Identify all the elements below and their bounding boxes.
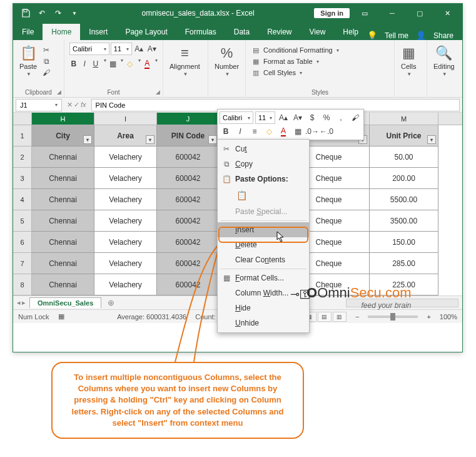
- cell-city[interactable]: Chennai: [32, 146, 94, 168]
- name-box[interactable]: J1▾: [16, 99, 62, 111]
- cancel-formula-icon[interactable]: ✕: [67, 101, 73, 109]
- zoom-out-icon[interactable]: −: [355, 313, 359, 321]
- cell-area[interactable]: Velachery: [94, 274, 157, 295]
- mini-percent-icon[interactable]: %: [320, 111, 333, 124]
- ctx-format-cells[interactable]: ▦Format Cells...: [218, 270, 309, 285]
- cell-pin[interactable]: 600042: [157, 210, 220, 232]
- ctx-insert[interactable]: Insert: [218, 222, 309, 237]
- filter-icon[interactable]: ▾: [208, 135, 217, 144]
- chevron-down-icon[interactable]: ▾: [121, 58, 123, 70]
- cell-area[interactable]: Velachery: [94, 210, 157, 232]
- ctx-clear-contents[interactable]: Clear Contents: [218, 252, 309, 267]
- grow-font-icon[interactable]: A▴: [133, 43, 145, 55]
- column-header-I[interactable]: I: [94, 113, 157, 125]
- ctx-copy[interactable]: ⧉Copy: [218, 157, 309, 172]
- sheet-next-icon[interactable]: ▸: [22, 299, 26, 307]
- header-price[interactable]: Unit Price▾: [370, 125, 438, 146]
- mini-border-icon[interactable]: ▦: [291, 125, 304, 138]
- font-color-icon[interactable]: A: [143, 58, 152, 70]
- chevron-down-icon[interactable]: ▾: [155, 58, 158, 70]
- clipboard-dialog-launcher[interactable]: ◢: [55, 88, 63, 96]
- close-icon[interactable]: ✕: [435, 4, 460, 23]
- fx-icon[interactable]: fx: [81, 101, 86, 109]
- cell-price[interactable]: 285.00: [370, 253, 438, 274]
- underline-button[interactable]: U: [91, 58, 100, 70]
- chevron-down-icon[interactable]: ▾: [138, 58, 141, 70]
- zoom-level[interactable]: 100%: [440, 313, 457, 321]
- border-icon[interactable]: ▦: [109, 58, 118, 70]
- row-header[interactable]: 1: [13, 125, 32, 146]
- tab-data[interactable]: Data: [225, 24, 258, 40]
- mini-align-icon[interactable]: ≡: [248, 125, 261, 138]
- cell-city[interactable]: Chennai: [32, 189, 94, 210]
- mini-comma-icon[interactable]: ,: [335, 111, 347, 124]
- tab-view[interactable]: View: [301, 24, 335, 40]
- horizontal-scrollbar[interactable]: [346, 299, 458, 307]
- row-header[interactable]: 3: [13, 168, 32, 189]
- cell-city[interactable]: Chennai: [32, 253, 94, 274]
- filter-icon[interactable]: ▾: [146, 135, 154, 144]
- macro-record-icon[interactable]: ▦: [58, 312, 64, 321]
- cell-price[interactable]: 200.00: [370, 168, 438, 189]
- mini-grow-font-icon[interactable]: A▴: [277, 111, 290, 124]
- share-label[interactable]: Share: [433, 31, 453, 40]
- cell-price[interactable]: 150.00: [370, 232, 438, 253]
- cell-pin[interactable]: 600042: [157, 253, 220, 274]
- cell-area[interactable]: Velachery: [94, 146, 157, 168]
- cell-city[interactable]: Chennai: [32, 210, 94, 232]
- cell-city[interactable]: Chennai: [32, 232, 94, 253]
- zoom-in-icon[interactable]: +: [427, 313, 430, 321]
- row-header[interactable]: 6: [13, 232, 32, 253]
- cell-area[interactable]: Velachery: [94, 232, 157, 253]
- mini-decrease-decimal-icon[interactable]: ←.0: [320, 125, 333, 138]
- cell-price[interactable]: 3500.00: [370, 210, 438, 232]
- view-page-break-icon[interactable]: ▥: [333, 312, 347, 322]
- tab-home[interactable]: Home: [43, 24, 80, 40]
- signin-button[interactable]: Sign in: [314, 8, 350, 18]
- share-icon[interactable]: 👤: [416, 31, 426, 40]
- mini-font-combo[interactable]: Calibri▾: [220, 111, 253, 124]
- cell-city[interactable]: Chennai: [32, 168, 94, 189]
- mini-increase-decimal-icon[interactable]: .0→: [306, 125, 318, 138]
- paste-button[interactable]: 📋 Paste ▼: [18, 43, 38, 80]
- fill-color-icon[interactable]: ◇: [126, 58, 134, 70]
- mini-bold-button[interactable]: B: [220, 125, 232, 138]
- mini-shrink-font-icon[interactable]: A▾: [291, 111, 304, 124]
- sheet-tab[interactable]: OmniSecu_Sales: [29, 297, 101, 308]
- mini-italic-button[interactable]: I: [234, 125, 246, 138]
- row-header[interactable]: 7: [13, 253, 32, 274]
- undo-icon[interactable]: ↶: [34, 6, 49, 21]
- column-header-J[interactable]: J: [157, 113, 220, 125]
- font-name-combo[interactable]: Calibri▾: [69, 43, 109, 55]
- paste-option-icon[interactable]: 📋: [234, 188, 249, 203]
- ctx-cut[interactable]: ✂Cut: [218, 141, 309, 157]
- chevron-down-icon[interactable]: ▾: [104, 58, 106, 70]
- tab-file[interactable]: File: [13, 24, 43, 40]
- ctx-hide[interactable]: Hide: [218, 300, 309, 316]
- mini-currency-icon[interactable]: $: [306, 111, 318, 124]
- bold-button[interactable]: B: [69, 58, 78, 70]
- font-dialog-launcher[interactable]: ◢: [154, 88, 161, 96]
- view-page-layout-icon[interactable]: ▤: [318, 312, 332, 322]
- cell-price[interactable]: 225.00: [370, 274, 438, 295]
- add-sheet-button[interactable]: ⊕: [105, 297, 116, 309]
- redo-icon[interactable]: ↷: [51, 6, 66, 21]
- header-pin[interactable]: PIN Code▾: [157, 125, 220, 146]
- row-header[interactable]: 5: [13, 210, 32, 232]
- tab-insert[interactable]: Insert: [80, 24, 116, 40]
- header-area[interactable]: Area▾: [94, 125, 157, 146]
- zoom-slider[interactable]: [368, 316, 418, 318]
- alignment-button[interactable]: ≡Alignment▼: [168, 43, 201, 80]
- editing-button[interactable]: 🔍Editing▼: [432, 43, 456, 80]
- mini-format-painter-icon[interactable]: 🖌: [349, 111, 362, 124]
- filter-icon[interactable]: ▾: [427, 135, 436, 144]
- mini-font-color-icon[interactable]: A: [277, 125, 290, 138]
- italic-button[interactable]: I: [81, 58, 89, 70]
- cut-icon[interactable]: ✂: [41, 45, 52, 55]
- column-header-H[interactable]: H: [32, 113, 94, 125]
- sheet-prev-icon[interactable]: ◂: [17, 299, 21, 307]
- row-header[interactable]: 4: [13, 189, 32, 210]
- ctx-column-width[interactable]: Column Width...: [218, 285, 309, 300]
- tellme-label[interactable]: Tell me: [385, 31, 408, 40]
- header-city[interactable]: City▾: [32, 125, 94, 146]
